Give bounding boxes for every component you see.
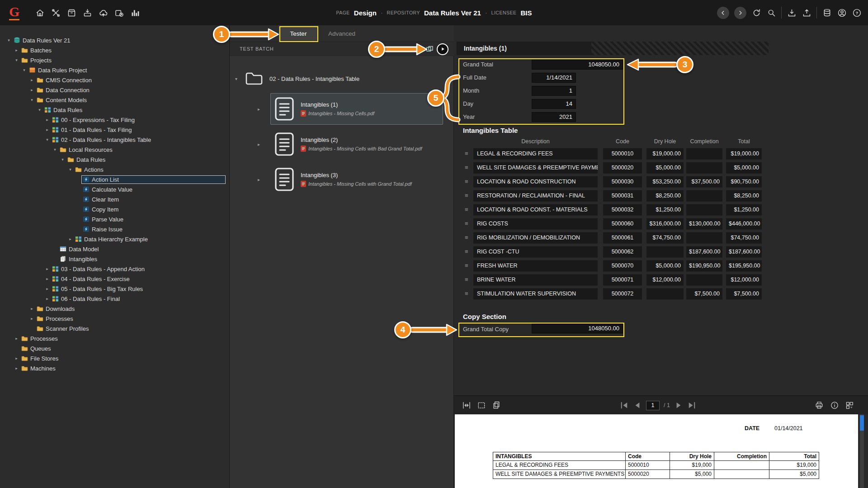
scrollbar-thumb[interactable]: [860, 415, 864, 431]
previous-page-button[interactable]: [633, 401, 642, 410]
tree-item[interactable]: Copy Item: [0, 204, 229, 214]
tree-item[interactable]: ▾Local Resources: [0, 145, 229, 155]
batch-folder-row[interactable]: ▾ 02 - Data Rules - Intangibles Table: [235, 69, 359, 89]
table-cell[interactable]: $1,250.00: [726, 204, 762, 216]
collapse-icon[interactable]: ▾: [67, 167, 74, 172]
expand-icon[interactable]: ▸: [44, 277, 51, 281]
fit-width-icon[interactable]: [462, 401, 471, 410]
last-page-button[interactable]: [687, 401, 696, 410]
table-cell[interactable]: [646, 246, 684, 258]
info-icon[interactable]: [830, 401, 839, 410]
table-cell[interactable]: RESTORATION / RECLAIMATION - FINAL: [473, 190, 598, 202]
first-page-button[interactable]: [620, 401, 629, 410]
collapse-icon[interactable]: ▾: [44, 137, 51, 142]
batch-document-row[interactable]: ▸Intangibles (3)Intangibles - Missing Ce…: [255, 164, 443, 195]
table-cell[interactable]: $7,500.00: [686, 288, 722, 300]
drag-handle-icon[interactable]: ≡: [465, 274, 468, 286]
collapse-icon[interactable]: ▾: [21, 68, 28, 72]
expand-icon[interactable]: ▸: [44, 296, 51, 301]
field-value-input[interactable]: 1: [532, 86, 576, 96]
tree-item[interactable]: ▸Data Connection: [0, 85, 229, 95]
document-preview-page[interactable]: DATE 01/14/2021 INTANGIBLESCodeDry HoleC…: [455, 414, 858, 488]
tools-icon[interactable]: [51, 8, 61, 18]
drag-handle-icon[interactable]: ≡: [465, 288, 468, 300]
table-cell[interactable]: FRESH WATER: [473, 260, 598, 272]
drag-handle-icon[interactable]: ≡: [465, 218, 468, 230]
table-cell[interactable]: BRINE WATER: [473, 274, 598, 286]
tree-item[interactable]: ▸File Stores: [0, 353, 229, 363]
collapse-icon[interactable]: ▾: [235, 76, 241, 81]
tree-item[interactable]: ▸06 - Data Rules - Final: [0, 294, 229, 304]
field-value-input[interactable]: 1048050.00: [532, 60, 623, 70]
drag-handle-icon[interactable]: ≡: [465, 162, 468, 174]
table-cell[interactable]: $187,600.00: [686, 246, 722, 258]
forward-button[interactable]: [734, 7, 746, 19]
pending-box-icon[interactable]: [114, 8, 124, 18]
table-cell[interactable]: $195,950.00: [726, 260, 762, 272]
collapse-icon[interactable]: ▾: [5, 38, 12, 42]
table-cell[interactable]: [686, 148, 722, 160]
table-cell[interactable]: LOCATION & ROAD CONSTRUCTION: [473, 176, 598, 188]
table-cell[interactable]: 5000060: [603, 218, 642, 230]
expand-icon[interactable]: ▸: [13, 366, 20, 371]
expand-icon[interactable]: ▸: [28, 88, 35, 92]
drag-handle-icon[interactable]: ≡: [465, 148, 468, 160]
expand-icon[interactable]: ▸: [13, 336, 20, 341]
tree-item[interactable]: Queues: [0, 343, 229, 353]
table-cell[interactable]: 5000010: [603, 148, 642, 160]
collapse-icon[interactable]: ▾: [52, 147, 58, 152]
tab-advanced[interactable]: Advanced: [323, 25, 361, 42]
tree-item[interactable]: ▸01 - Data Rules - Tax Filing: [0, 125, 229, 135]
table-cell[interactable]: $187,600.00: [726, 246, 762, 258]
table-cell[interactable]: $316,000.00: [646, 218, 684, 230]
expand-icon[interactable]: ▸: [258, 177, 260, 182]
tree-item[interactable]: Scanner Profiles: [0, 324, 229, 333]
table-cell[interactable]: [686, 190, 722, 202]
database-icon[interactable]: [822, 8, 832, 18]
tree-item[interactable]: Intangibles: [0, 254, 229, 264]
expand-icon[interactable]: ▸: [44, 286, 51, 291]
table-cell[interactable]: $1,250.00: [646, 204, 684, 216]
drag-handle-icon[interactable]: ≡: [465, 176, 468, 188]
tree-item[interactable]: ▾Content Models: [0, 95, 229, 105]
table-cell[interactable]: $37,500.00: [686, 176, 722, 188]
table-cell[interactable]: WELL SITE DAMAGES & PREEMPTIVE PAYMENTS: [473, 162, 598, 174]
table-cell[interactable]: [646, 288, 684, 300]
stats-chart-icon[interactable]: [130, 8, 140, 18]
tree-item[interactable]: ▾Data Rules: [0, 155, 229, 164]
thumbnails-menu-icon[interactable]: [845, 401, 854, 410]
tree-item[interactable]: ▾Actions: [0, 164, 229, 174]
table-cell[interactable]: [686, 204, 722, 216]
expand-icon[interactable]: ▸: [258, 142, 260, 147]
table-cell[interactable]: 5000062: [603, 246, 642, 258]
table-cell[interactable]: $130,000.00: [686, 218, 722, 230]
table-cell[interactable]: LOCATION & ROAD CONST. - MATERIALS: [473, 204, 598, 216]
search-icon[interactable]: [766, 8, 776, 18]
expand-icon[interactable]: ▸: [13, 48, 20, 52]
table-cell[interactable]: $53,250.00: [646, 176, 684, 188]
table-cell[interactable]: $5,000.00: [726, 162, 762, 174]
viewer-scrollbar[interactable]: [860, 414, 864, 488]
collapse-icon[interactable]: ▾: [36, 108, 43, 112]
table-cell[interactable]: $19,000.00: [726, 148, 762, 160]
back-button[interactable]: [717, 7, 729, 19]
batch-document-row[interactable]: ▸Intangibles (1)Intangibles - Missing Ce…: [255, 93, 443, 125]
table-cell[interactable]: $8,250.00: [646, 190, 684, 202]
marquee-select-icon[interactable]: [477, 401, 486, 410]
table-cell[interactable]: RIG MOBILIZATION / DEMOBILIZATION: [473, 232, 598, 244]
table-cell[interactable]: [686, 232, 722, 244]
tree-item[interactable]: ▾Projects: [0, 55, 229, 65]
table-cell[interactable]: RIG COSTS: [473, 218, 598, 230]
table-cell[interactable]: $5,000.00: [646, 260, 684, 272]
table-cell[interactable]: LEGAL & RECORDING FEES: [473, 148, 598, 160]
expand-icon[interactable]: ▸: [28, 316, 35, 321]
collapse-icon[interactable]: ▾: [13, 58, 20, 62]
table-cell[interactable]: STIMULATION WATER SUPERVISION: [473, 288, 598, 300]
tree-item[interactable]: Clear Item: [0, 194, 229, 204]
tree-item[interactable]: ▸00 - Expressions - Tax Filing: [0, 115, 229, 125]
tree-item[interactable]: ▸05 - Data Rules - Big Tax Rules: [0, 284, 229, 294]
table-cell[interactable]: $74,750.00: [646, 232, 684, 244]
home-icon[interactable]: [35, 8, 45, 18]
table-cell[interactable]: [686, 274, 722, 286]
expand-icon[interactable]: ▸: [67, 237, 74, 241]
